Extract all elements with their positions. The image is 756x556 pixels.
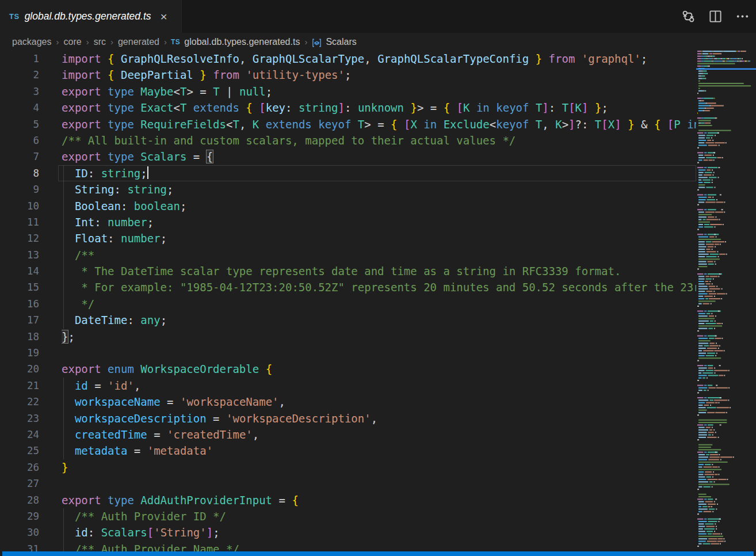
line-number[interactable]: 20 — [0, 361, 39, 377]
code-line[interactable]: 4export type Exact<T extends { [key: str… — [0, 100, 696, 116]
code-text: id: Scalars['String']; — [62, 524, 696, 540]
line-number[interactable]: 29 — [0, 508, 39, 524]
line-number[interactable]: 18 — [0, 329, 39, 345]
code-line[interactable]: 29 /** Auth Provider ID */ — [0, 508, 696, 524]
code-line[interactable]: 3export type Maybe<T> = T | null; — [0, 83, 696, 100]
indent-guide — [63, 214, 64, 230]
code-text: */ — [62, 296, 696, 312]
line-number[interactable]: 24 — [0, 426, 39, 443]
code-line[interactable]: 19 — [0, 345, 696, 361]
line-number[interactable]: 26 — [0, 459, 39, 475]
code-line[interactable]: 15 * For example: "1985-04-12T23:20:50.5… — [0, 279, 696, 295]
code-line[interactable]: 17 DateTime: any; — [0, 312, 696, 328]
line-number[interactable]: 2 — [0, 67, 39, 83]
code-text: export type Exact<T extends { [key: stri… — [62, 100, 696, 116]
code-line[interactable]: 28export type AddAuthProviderInput = { — [0, 492, 696, 508]
line-number[interactable]: 4 — [0, 100, 39, 116]
code-line[interactable]: 10 Boolean: boolean; — [0, 198, 696, 214]
code-line[interactable]: 11 Int: number; — [0, 214, 696, 230]
indent-guide — [63, 524, 64, 540]
code-line[interactable]: 24 createdTime = 'createdTime', — [0, 426, 696, 443]
text-cursor — [147, 166, 148, 179]
code-line[interactable]: 26} — [0, 459, 696, 475]
minimap-canvas[interactable] — [696, 51, 756, 551]
line-number[interactable]: 14 — [0, 263, 39, 279]
code-text: /** — [62, 247, 696, 263]
breadcrumb-folder-core[interactable]: core — [64, 37, 82, 47]
line-number[interactable]: 8 — [0, 165, 39, 181]
line-number[interactable]: 25 — [0, 443, 39, 459]
line-number[interactable]: 6 — [0, 132, 39, 148]
breadcrumb: packages›core›src›generated›TSglobal.db.… — [0, 33, 696, 51]
code-line[interactable]: 20export enum WorkspaceOrderable { — [0, 361, 696, 377]
code-line[interactable]: 22 workspaceName = 'workspaceName', — [0, 394, 696, 410]
code-text: export type RequireFields<T, K extends k… — [62, 116, 696, 132]
line-number[interactable]: 15 — [0, 279, 39, 295]
breadcrumb-folder-src[interactable]: src — [94, 37, 106, 47]
code-line[interactable]: 18}; — [0, 329, 696, 345]
line-number[interactable]: 30 — [0, 524, 39, 540]
code-line[interactable]: 6/** All built-in and custom scalars, ma… — [0, 132, 696, 148]
open-changes-icon[interactable] — [681, 9, 696, 24]
line-number[interactable]: 23 — [0, 410, 39, 426]
code-line[interactable]: 27 — [0, 475, 696, 492]
tab-global-db-types-generated-ts[interactable]: TS global.db.types.generated.ts × — [0, 0, 182, 33]
code-line[interactable]: 12 Float: number; — [0, 230, 696, 246]
chevron-right-icon: › — [56, 37, 59, 47]
matched-bracket: } — [62, 330, 68, 343]
line-number[interactable]: 27 — [0, 475, 39, 492]
code-line[interactable]: 2import { DeepPartial } from 'utility-ty… — [0, 67, 696, 83]
line-number[interactable]: 21 — [0, 378, 39, 394]
code-text: Boolean: boolean; — [62, 198, 696, 214]
code-line[interactable]: 21 id = 'id', — [0, 378, 696, 394]
code-line[interactable]: 14 * The DateTime scalar type represents… — [0, 263, 696, 279]
code-editor[interactable]: 1import { GraphQLResolveInfo, GraphQLSca… — [0, 51, 696, 551]
line-number[interactable]: 22 — [0, 394, 39, 410]
indent-guide — [63, 443, 64, 459]
vscode-editor-window: TS global.db.types.generated.ts × — [0, 0, 756, 556]
breadcrumb-folder-packages[interactable]: packages — [12, 37, 52, 47]
line-number[interactable]: 31 — [0, 541, 39, 551]
editor-actions — [681, 0, 756, 33]
code-line[interactable]: 9 String: string; — [0, 181, 696, 197]
code-text: Int: number; — [62, 214, 696, 230]
tab-close-icon[interactable]: × — [161, 10, 167, 22]
indent-guide — [63, 312, 64, 328]
typescript-file-icon: TS — [171, 38, 180, 46]
line-number[interactable]: 13 — [0, 247, 39, 263]
line-number[interactable]: 1 — [0, 51, 39, 67]
code-line[interactable]: 23 workspaceDescription = 'workspaceDesc… — [0, 410, 696, 426]
code-line[interactable]: 8 ID: string; — [0, 165, 696, 181]
indent-guide — [63, 541, 64, 551]
line-number[interactable]: 10 — [0, 198, 39, 214]
code-line[interactable]: 5export type RequireFields<T, K extends … — [0, 116, 696, 132]
code-line[interactable]: 1import { GraphQLResolveInfo, GraphQLSca… — [0, 51, 696, 67]
code-line[interactable]: 13 /** — [0, 247, 696, 263]
code-line[interactable]: 31 /** Auth Provider Name */ — [0, 541, 696, 551]
code-line[interactable]: 7export type Scalars = { — [0, 148, 696, 165]
chevron-right-icon: › — [110, 37, 113, 47]
line-number[interactable]: 5 — [0, 116, 39, 132]
more-actions-icon[interactable] — [735, 9, 750, 24]
line-number[interactable]: 28 — [0, 492, 39, 508]
line-number[interactable]: 12 — [0, 230, 39, 246]
code-text: Float: number; — [62, 230, 696, 246]
indent-guide — [63, 263, 64, 279]
line-number[interactable]: 17 — [0, 312, 39, 328]
code-line[interactable]: 16 */ — [0, 296, 696, 312]
line-number[interactable]: 19 — [0, 345, 39, 361]
code-line[interactable]: 30 id: Scalars['String']; — [0, 524, 696, 540]
code-text — [62, 475, 696, 492]
breadcrumb-folder-generated[interactable]: generated — [118, 37, 159, 47]
breadcrumb-symbol[interactable]: Scalars — [326, 37, 356, 47]
minimap[interactable] — [696, 51, 756, 551]
line-number[interactable]: 11 — [0, 214, 39, 230]
split-editor-icon[interactable] — [708, 9, 723, 24]
line-number[interactable]: 7 — [0, 148, 39, 165]
line-number[interactable]: 9 — [0, 181, 39, 197]
line-number[interactable]: 16 — [0, 296, 39, 312]
code-text: * For example: "1985-04-12T23:20:50.52Z"… — [62, 279, 696, 295]
code-line[interactable]: 25 metadata = 'metadata' — [0, 443, 696, 459]
breadcrumb-file[interactable]: global.db.types.generated.ts — [184, 37, 300, 47]
line-number[interactable]: 3 — [0, 83, 39, 100]
